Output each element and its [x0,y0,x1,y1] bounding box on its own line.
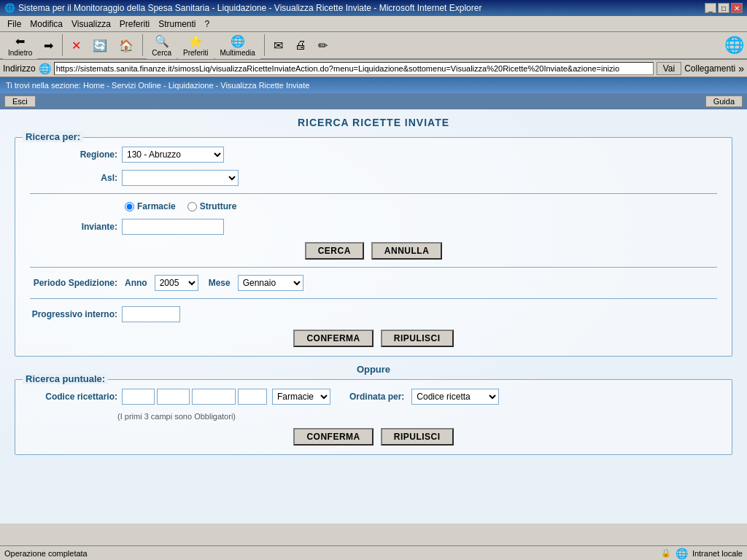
refresh-button[interactable]: 🔄 [88,36,112,55]
multimedia-button[interactable]: 🌐 Multimedia [215,32,260,59]
toolbar-sep-3 [264,34,265,56]
page-icon: 🌐 [39,63,51,74]
edit-button[interactable]: ✏ [313,36,333,55]
codice-row: Codice ricettario: Farmacie Ordinata per… [30,389,717,405]
page-title: RICERCA RICETTE INVIATE [15,117,732,128]
menu-visualizza[interactable]: Visualizza [67,18,115,31]
toolbar-sep-2 [142,34,143,56]
esci-button[interactable]: Esci [4,96,36,107]
anno-label: Anno [125,278,147,288]
ie-logo-icon: 🌐 [724,36,744,55]
conferma2-btn-row: CONFERMA RIPULISCI [30,428,717,446]
oppure-text: Oppure [15,364,732,375]
search-button[interactable]: 🔍 Cerca [147,32,177,59]
progressivo-input[interactable] [122,306,180,322]
ripulisci2-button[interactable]: RIPULISCI [381,428,454,446]
close-button[interactable]: ✕ [731,3,743,13]
back-button[interactable]: ⬅ Indietro [3,32,37,59]
conferma-button[interactable]: CONFERMA [293,330,373,347]
menu-help[interactable]: ? [201,18,214,31]
refresh-icon: 🔄 [93,39,107,52]
ripulisci-button[interactable]: RIPULISCI [381,330,454,347]
strutture-radio-label: Strutture [187,201,237,211]
regione-select[interactable]: 130 - Abruzzo 010 - Piemonte 020 - Valle… [122,147,224,163]
title-bar: 🌐 Sistema per il Monitoraggio della Spes… [0,0,747,16]
codice-inputs: Farmacie [122,389,330,405]
menu-strumenti[interactable]: Strumenti [154,18,200,31]
codice-input-3[interactable] [192,389,236,405]
multimedia-label: Multimedia [220,49,255,57]
asl-label: Asl: [30,173,117,183]
stop-button[interactable]: ✕ [66,36,86,55]
address-input[interactable] [54,62,654,75]
farmacie-radio[interactable] [125,202,134,211]
print-button[interactable]: 🖨 [290,36,311,54]
favorites-label: Preferiti [183,49,208,57]
strutture-radio[interactable] [187,202,197,211]
farmacie-select[interactable]: Farmacie [272,389,330,405]
breadcrumb: Ti trovi nella sezione: Home - Servizi O… [0,77,747,93]
codice-input-4[interactable] [238,389,267,405]
inviante-input[interactable] [122,219,224,235]
links-label: Collegamenti [684,63,735,74]
window-icon: 🌐 [4,3,15,13]
divider-3 [30,298,717,299]
forward-icon: ➡ [44,39,53,52]
toolbar: ⬅ Indietro ➡ ✕ 🔄 🏠 🔍 Cerca ⭐ Preferiti 🌐… [0,32,747,60]
annulla-button[interactable]: ANNULLA [371,242,443,260]
home-icon: 🏠 [119,39,133,52]
multimedia-icon: 🌐 [231,34,245,48]
menu-preferiti[interactable]: Preferiti [115,18,154,31]
regione-label: Regione: [30,149,117,160]
inviante-row: Inviante: [30,219,717,235]
cerca-button[interactable]: CERCA [305,242,364,260]
address-label: Indirizzo [3,63,36,74]
maximize-button[interactable]: □ [718,3,729,13]
cerca-btn-row: CERCA ANNULLA [30,242,717,260]
main-content: RICERCA RICETTE INVIATE Ricerca per: Reg… [0,109,747,524]
divider-2 [30,267,717,268]
anno-select[interactable]: 2005 2004 2003 [155,275,198,291]
favorites-button[interactable]: ⭐ Preferiti [178,32,213,59]
back-icon: ⬅ [15,34,25,48]
ricerca-per-section: Ricerca per: Regione: 130 - Abruzzo 010 … [15,137,732,357]
stop-icon: ✕ [71,39,81,52]
codice-ricettario-label: Codice ricettario: [30,392,117,402]
conferma2-button[interactable]: CONFERMA [293,428,373,446]
ricerca-puntuale-section: Ricerca puntuale: Codice ricettario: Far… [15,379,732,455]
codice-input-1[interactable] [122,389,155,405]
codice-input-2[interactable] [157,389,190,405]
mese-label: Mese [209,278,231,288]
menu-file[interactable]: File [3,18,26,31]
address-bar: Indirizzo 🌐 Vai Collegamenti » [0,60,747,77]
go-button[interactable]: Vai [657,62,681,75]
progressivo-label: Progressivo interno: [30,309,117,319]
nav-bar: Esci Guida [0,93,747,109]
mese-select[interactable]: Gennaio Febbraio Marzo Aprile Maggio Giu… [238,275,303,291]
mail-button[interactable]: ✉ [268,36,288,55]
ordinata-per-select[interactable]: Codice ricetta [411,389,499,405]
ricerca-per-label: Ricerca per: [23,131,83,142]
progressivo-row: Progressivo interno: [30,306,717,322]
expand-icon: » [738,63,744,74]
farmacie-label: Farmacie [137,201,176,211]
periodo-row: Periodo Spedizione: Anno 2005 2004 2003 … [30,275,717,291]
menu-modifica[interactable]: Modifica [26,18,67,31]
radio-group: Farmacie Strutture [125,201,236,211]
inviante-label: Inviante: [30,222,117,232]
asl-select[interactable] [122,170,239,186]
star-icon: ⭐ [188,34,203,48]
guida-button[interactable]: Guida [705,96,743,107]
note-obbligatori: (I primi 3 campi sono Obbligatori) [117,412,717,421]
divider-1 [30,193,717,194]
minimize-button[interactable]: _ [705,3,716,13]
breadcrumb-text: Ti trovi nella sezione: Home - Servizi O… [6,81,309,90]
toolbar-sep-1 [62,34,63,56]
print-icon: 🖨 [295,39,306,52]
home-button[interactable]: 🏠 [114,36,139,55]
farmacie-strutture-row: Farmacie Strutture [125,201,717,211]
forward-button[interactable]: ➡ [39,36,58,55]
strutture-label: Strutture [200,201,237,211]
ricerca-puntuale-label: Ricerca puntuale: [23,373,108,384]
search-icon: 🔍 [155,34,169,48]
